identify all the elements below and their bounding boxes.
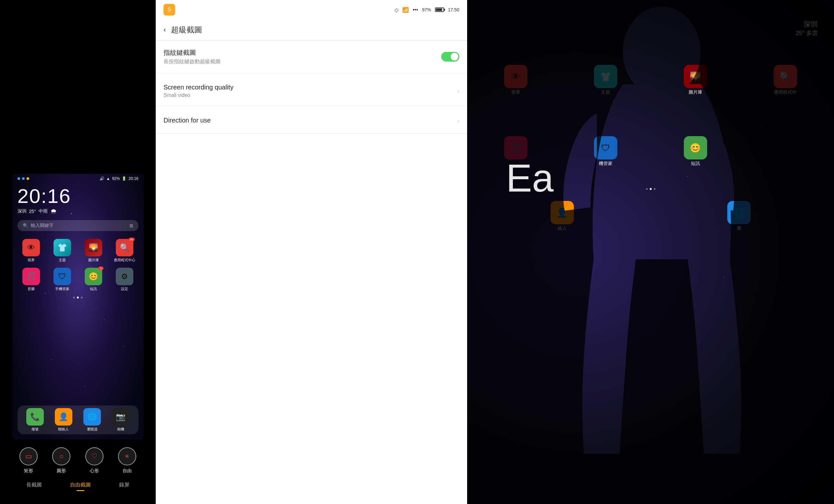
app-grid-row1: 👁 視界 👕 主題 🌄 圖片庫 <box>18 239 138 262</box>
tab-record[interactable]: 錄屏 <box>114 479 135 491</box>
settings-page-title: 超級截圖 <box>171 25 202 35</box>
app-icon-theme: 👕 <box>53 239 71 256</box>
screenshot-controls: ▭ 矩形 ○ 圓形 ♡ 心形 ✳ 自由 <box>12 447 144 491</box>
dock-browser-label: 瀏覽器 <box>87 427 97 432</box>
direction-title: Direction for use <box>163 117 457 124</box>
signal-icon: ▲ <box>106 176 110 181</box>
shape-heart[interactable]: ♡ 心形 <box>85 447 104 474</box>
fingerprint-toggle[interactable] <box>441 52 459 62</box>
dock-contacts[interactable]: 👤 聯絡人 <box>51 408 76 432</box>
phone-weather: 深圳 25° 中雨 🌧 <box>18 207 138 215</box>
direction-row[interactable]: Direction for use › <box>163 109 459 133</box>
ea-text: Ea <box>506 156 554 200</box>
shape-circle-icon: ○ <box>52 447 70 465</box>
dock-browser[interactable]: 🌐 瀏覽器 <box>80 408 105 432</box>
app-item-security[interactable]: 🛡 手機管家 <box>49 268 76 291</box>
right-panel: 深圳 25° 多雲 👁 視界 👕 主題 🌄 圖片庫 🔍 應用程式中 <box>467 0 834 504</box>
shape-heart-icon: ♡ <box>85 447 104 465</box>
recording-chevron: › <box>457 87 459 95</box>
tab-long-label: 長截圖 <box>26 482 42 487</box>
shape-heart-label: 心形 <box>90 468 99 474</box>
app-icon-settings: ⚙ <box>116 268 133 285</box>
appstore-badge: 9+ <box>129 237 135 242</box>
battery-percent-middle: 97% <box>422 7 431 12</box>
svg-rect-2 <box>467 0 834 504</box>
dock-contacts-icon: 👤 <box>55 408 72 426</box>
phone-dock: 📞 撥號 👤 聯絡人 🌐 瀏覽器 <box>18 406 138 434</box>
tab-long-screenshot[interactable]: 長截圖 <box>21 479 47 491</box>
shape-rect[interactable]: ▭ 矩形 <box>20 447 38 474</box>
app-item-music[interactable]: 🎵 音樂 <box>18 268 45 291</box>
app-item-theme[interactable]: 👕 主題 <box>49 239 76 262</box>
qr-icon: ⊞ <box>129 223 133 228</box>
dock-phone-label: 撥號 <box>31 427 39 432</box>
weather-condition: 中雨 <box>39 208 48 214</box>
status-right: 🔊 ▲ 92% 🔋 20:16 <box>100 176 138 181</box>
dock-camera[interactable]: 📷 相機 <box>108 408 133 432</box>
app-item-gallery[interactable]: 🌄 圖片庫 <box>80 239 107 262</box>
shape-circle-label: 圓形 <box>57 468 66 474</box>
shape-options: ▭ 矩形 ○ 圓形 ♡ 心形 ✳ 自由 <box>12 447 144 474</box>
dock-camera-icon: 📷 <box>112 408 129 426</box>
back-button[interactable]: ‹ <box>163 26 166 34</box>
settings-screen: S ◇ 📶 ▪▪▪ 97% 17:50 ‹ 超級截圖 指紋鍵截圖 <box>156 0 467 504</box>
phone-search-bar[interactable]: 🔍 輸入關鍵字 ⊞ <box>18 220 138 231</box>
search-icon: 🔍 <box>23 223 28 228</box>
security-icon: 🛡 <box>59 272 66 281</box>
settings-nav: ‹ 超級截圖 <box>156 19 467 41</box>
sms-badge: 1 <box>98 267 104 270</box>
shape-free-icon: ✳ <box>118 447 136 465</box>
dock-phone-icon: 📞 <box>26 408 44 426</box>
wifi-icon: 📶 <box>402 7 409 13</box>
tab-record-label: 錄屏 <box>119 482 129 487</box>
middle-panel: S ◇ 📶 ▪▪▪ 97% 17:50 ‹ 超級截圖 指紋鍵截圖 <box>156 0 467 504</box>
fingerprint-subtitle: 長按指紋鍵啟動超級截圖 <box>163 58 441 65</box>
weather-temp: 25° <box>29 209 36 214</box>
recording-title: Screen recording quality <box>163 84 457 91</box>
battery-fill <box>436 8 442 11</box>
left-panel: 🔊 ▲ 92% 🔋 20:16 20:16 深圳 25° 中雨 🌧 🔍 輸入關鍵… <box>0 0 156 504</box>
app-item-appstore[interactable]: 🔍 9+ 應用程式中心 <box>111 239 138 262</box>
tab-bar: 長截圖 自由截圖 錄屏 <box>12 479 144 491</box>
tab-free-screenshot[interactable]: 自由截圖 <box>65 479 96 491</box>
app-icon-security: 🛡 <box>53 268 71 285</box>
vision-icon: 👁 <box>27 243 35 252</box>
phone-content: 20:16 深圳 25° 中雨 🌧 🔍 輸入關鍵字 ⊞ 👁 視界 <box>12 183 144 439</box>
app-label-gallery: 圖片庫 <box>88 258 99 262</box>
dock-phone[interactable]: 📞 撥號 <box>23 408 47 432</box>
silhouette-overlay <box>467 0 834 504</box>
fingerprint-title: 指紋鍵截圖 <box>163 48 441 57</box>
dock-contacts-label: 聯絡人 <box>58 427 69 432</box>
dock-browser-icon: 🌐 <box>83 408 101 426</box>
recording-row[interactable]: Screen recording quality Small video › <box>163 76 459 106</box>
shape-circle[interactable]: ○ 圓形 <box>52 447 70 474</box>
clock-time: 20:16 <box>129 176 138 181</box>
app-item-vision[interactable]: 👁 視界 <box>18 239 45 262</box>
speaker-icon: 🔊 <box>100 176 105 181</box>
app-logo: S <box>163 4 175 16</box>
sms-icon: 😊 <box>89 272 98 281</box>
status-time: 17:50 <box>448 7 459 12</box>
recording-row-content: Screen recording quality Small video <box>163 84 457 98</box>
location-icon: ◇ <box>394 7 398 13</box>
fingerprint-row-content: 指紋鍵截圖 長按指紋鍵啟動超級截圖 <box>163 48 441 65</box>
app-icon-appstore: 🔍 9+ <box>116 239 133 256</box>
app-label-security: 手機管家 <box>55 287 69 291</box>
app-label-music: 音樂 <box>27 287 35 291</box>
page-dot-3 <box>81 297 83 299</box>
appstore-icon: 🔍 <box>120 243 129 252</box>
app-label-settings: 設定 <box>121 287 128 291</box>
chevron-right-icon: › <box>457 87 459 95</box>
music-icon: 🎵 <box>26 272 36 281</box>
page-dot-2 <box>77 297 79 299</box>
dot-2 <box>22 177 25 180</box>
shape-free-label: 自由 <box>123 468 132 474</box>
settings-icon: ⚙ <box>121 272 128 281</box>
app-item-sms[interactable]: 😊 1 短訊 <box>80 268 107 291</box>
weather-icon: 🌧 <box>50 207 57 215</box>
signal-bars: ▪▪▪ <box>413 7 418 13</box>
phone-clock: 20:16 <box>18 186 138 206</box>
app-item-settings[interactable]: ⚙ 設定 <box>111 268 138 291</box>
shape-free[interactable]: ✳ 自由 <box>118 447 136 474</box>
phone-screen: 🔊 ▲ 92% 🔋 20:16 20:16 深圳 25° 中雨 🌧 🔍 輸入關鍵… <box>12 174 144 439</box>
